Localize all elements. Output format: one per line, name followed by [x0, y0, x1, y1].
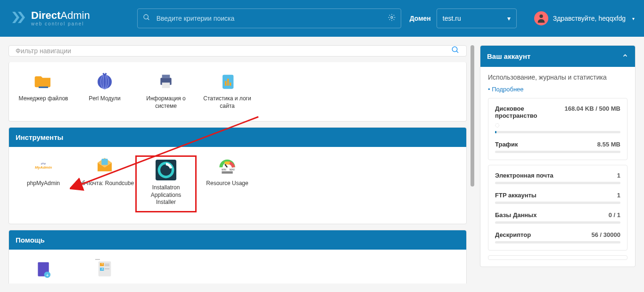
chevron-down-icon: ▾ — [632, 16, 635, 21]
account-header[interactable]: Ваш аккаунт — [480, 46, 635, 67]
svg-rect-7 — [39, 87, 48, 88]
domain-label: Домен — [410, 15, 431, 22]
svg-rect-13 — [162, 82, 170, 88]
gauge-icon: MINMAX — [217, 155, 238, 176]
svg-rect-37 — [105, 268, 109, 269]
chart-icon — [217, 71, 238, 91]
svg-rect-38 — [95, 259, 100, 260]
logo[interactable]: DirectAdmin web control panel — [9, 9, 90, 28]
printer-icon — [156, 71, 176, 91]
chevron-up-icon — [622, 52, 628, 60]
domain-section: Домен test.ru ▾ — [410, 8, 517, 28]
sidebar: Ваш аккаунт Использование, журналы и ста… — [480, 45, 636, 284]
tools-header[interactable]: Инструменты — [9, 128, 466, 147]
svg-rect-20 — [101, 159, 107, 165]
resource-stats-box: Электронная почта 1 FTP аккаунты 1 — [488, 165, 627, 251]
svg-rect-17 — [230, 82, 231, 86]
tools-panel: Инструменты phpMyAdmin phpMyAdmin Вэб-по… — [8, 127, 467, 224]
loading-icon: ◌ — [495, 122, 500, 128]
svg-point-5 — [452, 47, 457, 52]
navigation-filter — [8, 45, 467, 57]
stat-value: 8.55 MB — [597, 141, 620, 148]
tile-perl-modules[interactable]: Perl Модули — [74, 71, 135, 110]
installatron-icon — [156, 160, 176, 180]
logo-text: DirectAdmin web control panel — [31, 10, 90, 26]
gear-icon[interactable] — [388, 14, 396, 23]
main-column: Менеджер файлов Perl Модули Информация о… — [8, 45, 467, 284]
top-bar: DirectAdmin web control panel Домен test… — [0, 0, 644, 37]
svg-point-3 — [539, 15, 543, 18]
system-tiles-panel: Менеджер файлов Perl Модули Информация о… — [8, 62, 467, 122]
svg-point-2 — [391, 16, 393, 18]
greeting-text: Здравствуйте, heqqxfdg — [553, 15, 626, 22]
stat-name: Дескриптор — [495, 231, 592, 238]
search-icon — [143, 14, 150, 23]
stat-name: Дисковое пространство — [495, 105, 564, 119]
avatar-icon — [534, 11, 548, 25]
svg-rect-12 — [162, 75, 170, 78]
onion-icon — [94, 71, 115, 91]
folder-icon — [33, 71, 54, 91]
svg-line-1 — [148, 18, 149, 20]
search-wrap — [137, 8, 401, 28]
more-link[interactable]: • Подробнее — [488, 86, 524, 93]
svg-rect-15 — [225, 81, 226, 86]
stat-value: 56 / 30000 — [592, 231, 620, 238]
search-icon[interactable] — [451, 46, 460, 56]
main-scrollbar[interactable] — [471, 45, 474, 284]
svg-text:?: ? — [101, 263, 103, 266]
tile-stats-logs[interactable]: Статистика и логи сайта — [197, 71, 258, 110]
account-subtitle: Использование, журналы и статистика — [488, 73, 627, 81]
chevron-down-icon: ▾ — [507, 15, 511, 22]
tile-file-manager[interactable]: Менеджер файлов — [13, 71, 74, 110]
stat-name: Трафик — [495, 141, 597, 148]
mail-icon — [94, 155, 115, 176]
svg-rect-36 — [105, 265, 109, 266]
domain-select[interactable]: test.ru ▾ — [437, 8, 517, 28]
stat-name: FTP аккаунты — [495, 192, 617, 199]
tile-roundcube[interactable]: Вэб-почта: Roundcube — [74, 155, 135, 212]
svg-text:MAX: MAX — [230, 168, 235, 171]
user-section[interactable]: Здравствуйте, heqqxfdg ▾ — [534, 11, 635, 25]
help-header[interactable]: Помощь — [9, 230, 466, 250]
stat-name: Базы Данных — [495, 211, 609, 219]
usage-stats-box: Дисковое пространство 168.04 KB / 500 MB… — [488, 98, 627, 160]
tile-installatron[interactable]: Installatron Applications Installer — [135, 155, 197, 212]
search-input[interactable] — [137, 8, 401, 28]
svg-line-6 — [456, 51, 458, 53]
filter-input[interactable] — [16, 47, 451, 55]
stat-value: 1 — [617, 192, 620, 199]
stat-value: 168.04 KB / 500 MB — [564, 105, 620, 112]
svg-rect-26 — [222, 171, 232, 174]
stat-value: 0 / 1 — [609, 211, 620, 219]
svg-text:+: + — [46, 273, 49, 278]
tile-system-info[interactable]: Информация о системе — [135, 71, 197, 110]
svg-rect-35 — [105, 264, 109, 265]
tile-help-2[interactable]: ?A — [74, 258, 135, 279]
extra-box — [488, 255, 627, 260]
ticket-icon: + — [33, 258, 54, 279]
stat-value: 1 — [617, 172, 620, 179]
tile-help-1[interactable]: + — [13, 258, 74, 279]
svg-point-0 — [144, 15, 148, 19]
phpmyadmin-icon: phpMyAdmin — [33, 155, 54, 176]
svg-text:MIN: MIN — [222, 168, 226, 171]
account-card: Ваш аккаунт Использование, журналы и ста… — [480, 45, 636, 267]
tile-phpmyadmin[interactable]: phpMyAdmin phpMyAdmin — [13, 155, 74, 212]
tile-resource-usage[interactable]: MINMAX Resource Usage — [197, 155, 258, 212]
faq-icon: ?A — [94, 258, 115, 279]
help-panel: Помощь + ?A — [8, 230, 467, 284]
logo-icon — [9, 9, 26, 28]
stat-name: Электронная почта — [495, 172, 617, 179]
svg-text:MyAdmin: MyAdmin — [35, 165, 52, 170]
svg-rect-16 — [227, 79, 229, 86]
svg-text:php: php — [41, 162, 46, 165]
